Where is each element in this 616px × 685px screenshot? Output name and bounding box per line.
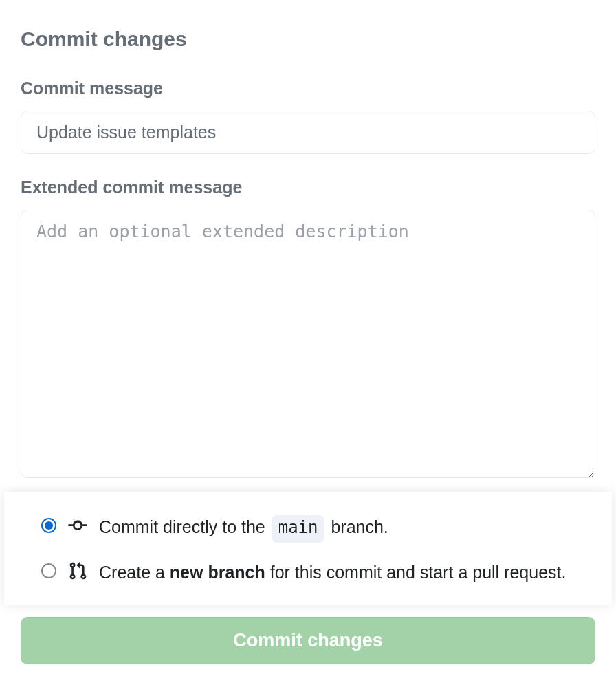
page-title: Commit changes <box>21 28 595 51</box>
commit-message-label: Commit message <box>21 78 595 98</box>
option-new-branch-label: Create a new branch for this commit and … <box>99 559 566 586</box>
option-commit-direct[interactable]: Commit directly to the main branch. <box>41 514 575 543</box>
radio-commit-direct[interactable] <box>41 518 56 533</box>
option-commit-direct-label: Commit directly to the main branch. <box>99 514 388 543</box>
option-newbranch-prefix: Create a <box>99 563 170 582</box>
git-commit-icon <box>68 516 87 535</box>
radio-new-branch[interactable] <box>41 563 56 578</box>
git-pull-request-icon <box>68 561 87 580</box>
commit-changes-button[interactable]: Commit changes <box>21 617 595 664</box>
option-newbranch-suffix: for this commit and start a pull request… <box>265 563 566 582</box>
option-direct-suffix: branch. <box>326 517 388 536</box>
extended-message-label: Extended commit message <box>21 177 595 197</box>
option-newbranch-bold: new branch <box>170 563 265 582</box>
commit-message-input[interactable] <box>21 111 595 154</box>
commit-changes-form: Commit changes Commit message Extended c… <box>0 0 616 685</box>
option-new-branch[interactable]: Create a new branch for this commit and … <box>41 559 575 586</box>
option-direct-prefix: Commit directly to the <box>99 517 270 536</box>
branch-chip: main <box>272 515 325 543</box>
commit-target-options: Commit directly to the main branch. Crea… <box>4 492 612 605</box>
extended-message-textarea[interactable] <box>21 210 595 478</box>
